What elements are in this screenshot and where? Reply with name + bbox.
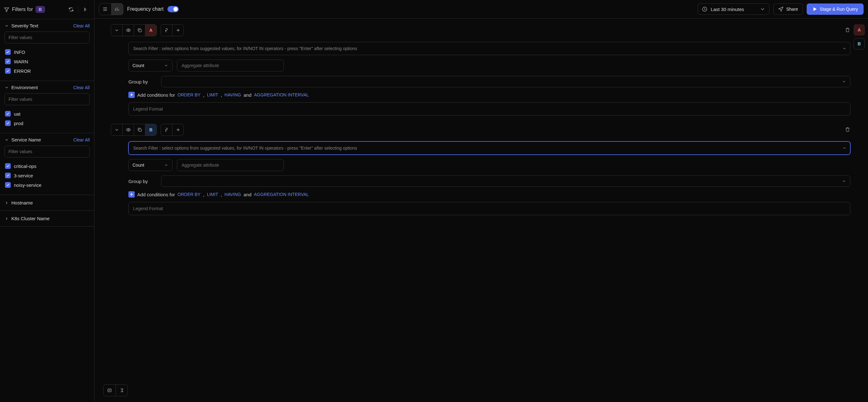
chart-view-button[interactable] [111, 3, 123, 15]
clear-all-link[interactable]: Clear All [73, 137, 90, 142]
facet-filter-input[interactable] [4, 146, 90, 157]
query-nav-a[interactable]: A [854, 24, 865, 36]
collapse-query-button[interactable] [111, 124, 122, 136]
checkbox-checked[interactable] [5, 173, 11, 178]
facet-item-label: WARN [14, 59, 28, 64]
facet-item[interactable]: ERROR [4, 66, 90, 76]
query-header-group2 [160, 124, 184, 136]
collapse-query-button[interactable] [111, 25, 122, 36]
share-button[interactable]: Share [773, 3, 803, 15]
agg-interval-link[interactable]: AGGREGATION INTERVAL [254, 92, 309, 97]
having-link[interactable]: HAVING [224, 92, 241, 97]
search-filter-input[interactable] [128, 141, 850, 155]
run-query-button[interactable]: Stage & Run Query [807, 3, 864, 15]
agg-interval-link[interactable]: AGGREGATION INTERVAL [254, 192, 309, 197]
add-condition-button[interactable]: + [128, 92, 135, 98]
facet-item[interactable]: INFO [4, 47, 90, 57]
group-by-select[interactable] [161, 175, 850, 187]
group-by-label: Group by [128, 179, 157, 184]
function-button[interactable] [161, 124, 172, 136]
query-area: A Count [94, 19, 868, 402]
aggregation-value: Count [132, 163, 144, 168]
facet-header[interactable]: Severity Text Clear All [4, 23, 90, 28]
limit-link[interactable]: LIMIT [207, 92, 218, 97]
facet-filter-input[interactable] [4, 31, 90, 44]
chevron-down-icon[interactable] [842, 46, 846, 51]
facet-header[interactable]: Environment Clear All [4, 85, 90, 90]
search-filter-wrap [128, 42, 850, 55]
clear-all-link[interactable]: Clear All [73, 23, 90, 28]
aggregation-select[interactable]: Count [128, 159, 173, 171]
facet-item-label: INFO [14, 50, 25, 55]
order-by-link[interactable]: ORDER BY [178, 92, 200, 97]
legend-format-input[interactable] [128, 103, 850, 116]
query-body: Count Group by + Add conditions for ORDE… [128, 141, 850, 215]
check-icon [6, 164, 10, 168]
search-filter-wrap [128, 141, 850, 155]
aggregate-attribute-input[interactable] [177, 159, 284, 171]
chevron-right-icon [4, 201, 9, 205]
duplicate-button[interactable] [134, 25, 145, 36]
search-filter-input[interactable] [128, 42, 850, 55]
time-range-picker[interactable]: Last 30 minutes [698, 3, 770, 15]
checkbox-checked[interactable] [5, 163, 11, 169]
checkbox-checked[interactable] [5, 182, 11, 188]
facet-hostname-collapsed[interactable]: Hostname [0, 195, 94, 211]
function-button[interactable] [161, 25, 172, 36]
query-nav-b[interactable]: B [854, 38, 865, 50]
facet-item[interactable]: noisy-service [4, 180, 90, 190]
svg-point-3 [128, 129, 129, 131]
main: Frequency chart Last 30 minutes Share St… [94, 0, 868, 402]
facet-header[interactable]: Service Name Clear All [4, 137, 90, 142]
query-letter-chip[interactable]: A [145, 25, 156, 36]
checkbox-checked[interactable] [5, 49, 11, 55]
facet-item[interactable]: critical-ops [4, 161, 90, 171]
facet-item[interactable]: prod [4, 118, 90, 128]
add-button[interactable] [172, 124, 184, 136]
checkbox-checked[interactable] [5, 120, 11, 126]
add-formula-button[interactable] [116, 385, 127, 396]
add-query-button[interactable] [103, 385, 116, 396]
facet-item[interactable]: uat [4, 109, 90, 118]
filters-for-badge[interactable]: B [36, 6, 45, 13]
trash-icon [845, 27, 850, 33]
duplicate-button[interactable] [134, 124, 145, 136]
chevron-down-icon[interactable] [842, 146, 846, 150]
delete-query-button[interactable] [845, 27, 850, 34]
order-by-link[interactable]: ORDER BY [178, 192, 200, 197]
aggregation-select[interactable]: Count [128, 60, 173, 71]
visibility-button[interactable] [122, 25, 134, 36]
query-block-a: A Count [111, 24, 850, 116]
limit-link[interactable]: LIMIT [207, 192, 218, 197]
facet-filter-input[interactable] [4, 93, 90, 105]
query-nav-rail: A B [854, 24, 865, 50]
divider [78, 6, 79, 13]
checkbox-checked[interactable] [5, 59, 11, 64]
refresh-button[interactable] [66, 4, 76, 15]
facet-item[interactable]: WARN [4, 57, 90, 66]
list-view-button[interactable] [99, 3, 111, 15]
chevron-down-icon [164, 63, 168, 68]
query-letter-chip[interactable]: B [145, 124, 156, 136]
list-icon [102, 6, 108, 12]
share-label: Share [786, 7, 798, 12]
legend-format-input[interactable] [128, 202, 850, 215]
add-button[interactable] [172, 25, 184, 36]
frequency-chart-toggle[interactable] [167, 6, 179, 12]
add-condition-button[interactable]: + [128, 191, 135, 198]
group-by-select[interactable] [161, 76, 850, 87]
clear-all-link[interactable]: Clear All [73, 85, 90, 90]
collapse-sidebar-button[interactable] [80, 4, 90, 15]
sigma-icon [119, 388, 124, 393]
aggregate-attribute-input[interactable] [177, 60, 284, 71]
chevron-right-icon [4, 217, 9, 221]
checkbox-checked[interactable] [5, 68, 11, 74]
facet-k8s-cluster-collapsed[interactable]: K8s Cluster Name [0, 211, 94, 227]
checkbox-checked[interactable] [5, 111, 11, 117]
visibility-button[interactable] [122, 124, 134, 136]
facet-item[interactable]: 3-service [4, 171, 90, 180]
delete-query-button[interactable] [845, 127, 850, 133]
having-link[interactable]: HAVING [224, 192, 241, 197]
query-header-group: A [111, 24, 157, 36]
svg-rect-5 [108, 389, 112, 392]
